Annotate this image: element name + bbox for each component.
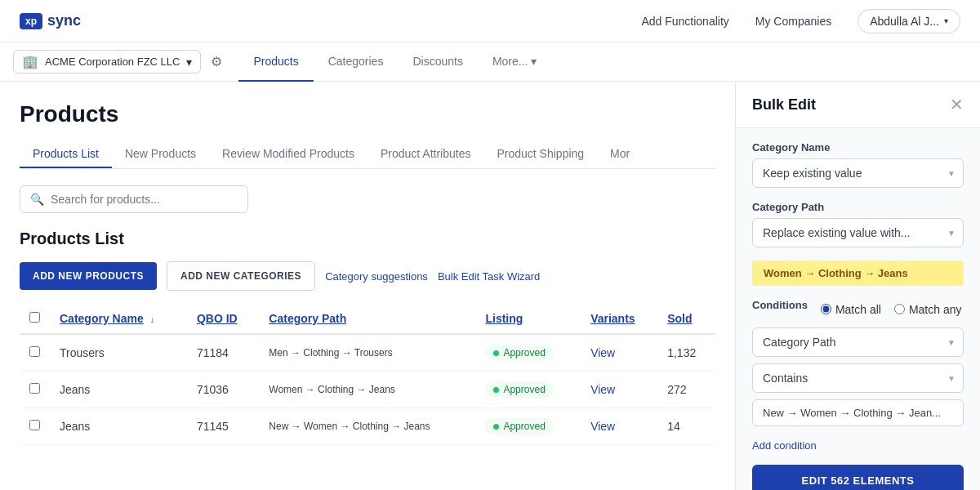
close-icon[interactable]: ✕ — [950, 95, 964, 114]
category-path-label: Category Path — [752, 201, 964, 213]
row-category-name: Jeans — [50, 372, 187, 408]
logo-text: sync — [47, 12, 81, 29]
bulk-edit-wizard-link[interactable]: Bulk Edit Task Wizard — [438, 270, 540, 283]
company-chevron-icon: ▾ — [186, 56, 192, 69]
approved-dot-icon — [493, 350, 499, 356]
row-category-name: Jeans — [50, 408, 187, 445]
user-menu[interactable]: Abdulla Al J... ▾ — [858, 9, 960, 33]
row-variants[interactable]: View — [581, 334, 657, 372]
top-nav-links: Add Functionality My Companies Abdulla A… — [641, 9, 960, 33]
table-header-category-name[interactable]: Category Name ↓ — [50, 304, 187, 334]
row-category-path: Men → Clothing → Trousers — [259, 334, 475, 372]
condition-op-select[interactable]: Contains Equals Starts with Ends with — [752, 363, 964, 393]
table-header-listing[interactable]: Listing — [475, 304, 581, 334]
add-condition-link[interactable]: Add condition — [752, 439, 817, 452]
table-header-variants[interactable]: Variants — [581, 304, 657, 334]
row-checkbox-cell[interactable] — [20, 372, 50, 408]
row-checkbox[interactable] — [29, 346, 40, 357]
category-suggestions-link[interactable]: Category suggestions — [325, 270, 428, 283]
match-all-option[interactable]: Match all — [821, 303, 881, 316]
table-header-qbo-id[interactable]: QBO ID — [187, 304, 259, 334]
category-tag-text: Women → Clothing → Jeans — [764, 267, 908, 279]
tab-new-products[interactable]: New Products — [112, 140, 209, 168]
nav-tab-products[interactable]: Products — [238, 42, 313, 82]
table-row: Trousers 71184 Men → Clothing → Trousers… — [20, 334, 715, 372]
match-any-radio[interactable] — [894, 304, 905, 314]
search-icon: 🔍 — [30, 193, 44, 206]
condition-field-select[interactable]: Category Path Category Name QBO ID — [752, 327, 964, 357]
approved-dot-icon — [493, 387, 499, 393]
page-title: Products — [20, 101, 715, 127]
edit-elements-button[interactable]: EDIT 562 ELEMENTS — [752, 465, 964, 490]
panel-body: Category Name Keep existing value Replac… — [736, 128, 980, 490]
logo: xp sync — [20, 12, 81, 29]
status-badge: Approved — [485, 418, 553, 434]
search-input[interactable] — [51, 193, 238, 206]
user-name: Abdulla Al J... — [870, 15, 939, 28]
category-name-select[interactable]: Keep existing value Replace with Clear v… — [752, 158, 964, 188]
row-category-path: New → Women → Clothing → Jeans — [259, 408, 475, 445]
condition-field-select-wrapper: Category Path Category Name QBO ID — [752, 327, 964, 357]
table-row: Jeans 71036 Women → Clothing → Jeans App… — [20, 372, 715, 408]
row-checkbox[interactable] — [29, 420, 40, 430]
category-tag[interactable]: Women → Clothing → Jeans — [752, 261, 964, 286]
nav-tab-more[interactable]: More... ▾ — [478, 42, 552, 82]
main-content: Products Products List New Products Revi… — [0, 82, 735, 490]
row-listing: Approved — [475, 372, 581, 408]
row-qbo-id: 71184 — [187, 334, 259, 372]
table-header-checkbox[interactable] — [20, 304, 50, 334]
category-path-select[interactable]: Replace existing value with... Keep exis… — [752, 218, 964, 247]
row-variants[interactable]: View — [581, 372, 657, 408]
company-selector[interactable]: 🏢 ACME Corporation FZC LLC ▾ — [13, 50, 201, 74]
row-category-path: Women → Clothing → Jeans — [259, 372, 475, 408]
row-sold: 1,132 — [657, 334, 715, 372]
add-new-products-button[interactable]: ADD NEW PRODUCTS — [20, 262, 157, 290]
add-new-categories-button[interactable]: ADD NEW CATEGORIES — [167, 261, 315, 291]
select-all-checkbox[interactable] — [29, 312, 40, 323]
add-functionality-link[interactable]: Add Functionality — [641, 15, 728, 28]
panel-title: Bulk Edit — [752, 96, 816, 114]
row-checkbox-cell[interactable] — [20, 334, 50, 372]
row-variants[interactable]: View — [581, 408, 657, 445]
page-tabs: Products List New Products Review Modifi… — [20, 140, 715, 169]
row-qbo-id: 71036 — [187, 372, 259, 408]
row-sold: 14 — [657, 408, 715, 445]
category-path-field-group: Category Path Replace existing value wit… — [752, 201, 964, 247]
my-companies-link[interactable]: My Companies — [755, 15, 831, 28]
table-header-sold[interactable]: Sold — [657, 304, 715, 334]
row-listing: Approved — [475, 408, 581, 445]
conditions-label: Conditions — [752, 299, 808, 311]
sub-nav-tabs: Products Categories Discounts More... ▾ — [238, 42, 551, 82]
tab-more[interactable]: Mor — [597, 140, 643, 168]
status-badge: Approved — [485, 345, 553, 361]
products-table: Category Name ↓ QBO ID Category Path Lis… — [20, 304, 715, 445]
category-path-select-wrapper: Replace existing value with... Keep exis… — [752, 218, 964, 247]
condition-value-text: New → Women → Clothing → Jean... — [763, 407, 941, 419]
condition-value-display: New → Women → Clothing → Jean... — [752, 399, 964, 426]
row-checkbox[interactable] — [29, 383, 40, 394]
row-checkbox-cell[interactable] — [20, 408, 50, 445]
top-navigation: xp sync Add Functionality My Companies A… — [0, 0, 980, 42]
tab-product-attributes[interactable]: Product Attributes — [368, 140, 484, 168]
condition-op-select-wrapper: Contains Equals Starts with Ends with — [752, 363, 964, 393]
section-title: Products List — [20, 229, 715, 248]
category-name-select-wrapper: Keep existing value Replace with Clear v… — [752, 158, 964, 188]
panel-header: Bulk Edit ✕ — [736, 82, 980, 128]
row-category-name: Trousers — [50, 334, 187, 372]
logo-badge: xp — [20, 13, 42, 29]
company-icon: 🏢 — [22, 54, 38, 69]
nav-tab-discounts[interactable]: Discounts — [398, 42, 477, 82]
search-bar: 🔍 — [20, 185, 248, 213]
tab-review-modified[interactable]: Review Modified Products — [209, 140, 368, 168]
tab-product-shipping[interactable]: Product Shipping — [483, 140, 597, 168]
nav-tab-categories[interactable]: Categories — [314, 42, 399, 82]
main-layout: Products Products List New Products Revi… — [0, 82, 980, 490]
bulk-edit-panel: Bulk Edit ✕ Category Name Keep existing … — [735, 82, 980, 490]
settings-gear-icon[interactable]: ⚙ — [211, 54, 222, 69]
tab-products-list[interactable]: Products List — [20, 140, 112, 168]
more-chevron-icon: ▾ — [531, 55, 537, 68]
match-all-radio[interactable] — [821, 304, 831, 314]
sub-navigation: 🏢 ACME Corporation FZC LLC ▾ ⚙ Products … — [0, 42, 980, 82]
match-any-option[interactable]: Match any — [894, 303, 962, 316]
table-header-category-path[interactable]: Category Path — [259, 304, 475, 334]
